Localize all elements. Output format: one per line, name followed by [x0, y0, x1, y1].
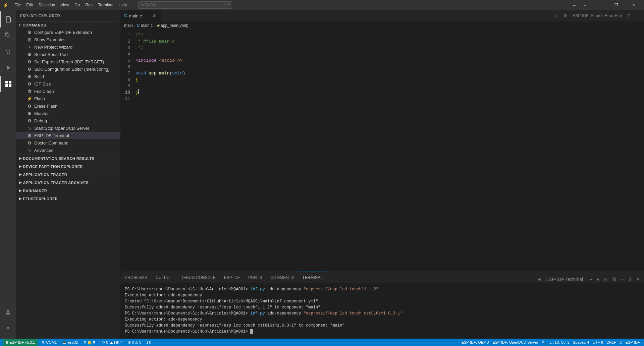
language-text: C [620, 340, 622, 344]
activity-explorer[interactable] [0, 11, 16, 27]
app-tracer-archives-section[interactable]: ▶ APPLICATION TRACER ARCHIVES [16, 179, 120, 186]
status-encoding[interactable]: UTF-8 [591, 339, 604, 346]
info-icon: ℹ [114, 340, 115, 345]
global-search-input[interactable] [138, 1, 232, 9]
sidebar-item-full-clean[interactable]: 🗑 Full Clean [16, 88, 120, 95]
panel-tab-problems[interactable]: PROBLEMS [121, 272, 152, 283]
commands-section-header[interactable]: ▾ COMMANDS [16, 22, 120, 28]
run-btn[interactable]: ▷ [553, 13, 560, 19]
status-esp-idf-btn[interactable]: ⊞ ESP-IDF v5.3.1 [3, 339, 38, 346]
restore-btn[interactable]: ❐ [608, 0, 624, 10]
sidebar-item-debug[interactable]: ⚙ Debug [16, 117, 120, 124]
menu-edit[interactable]: Edit [24, 2, 35, 8]
flash-icon: ⚡ [27, 96, 32, 101]
panel-add-btn[interactable]: + [588, 276, 594, 283]
menu-go[interactable]: Go [72, 2, 82, 8]
menu-selection[interactable]: Selection [37, 2, 57, 8]
panel-trash-btn[interactable]: 🗑 [610, 276, 618, 283]
status-info-count[interactable]: ℹ 0 [145, 339, 152, 346]
menu-file[interactable]: File [12, 2, 23, 8]
breadcrumb-main[interactable]: main [124, 23, 133, 28]
status-com-port[interactable]: ⚙ COM1 [40, 339, 58, 346]
sidebar-more-btn[interactable]: ··· [110, 13, 116, 19]
sidebar-item-openocd[interactable]: ▷ Start/Stop OpenOCD Server [16, 124, 120, 132]
panel-maximize-btn[interactable]: ∧ [627, 276, 633, 283]
status-chip[interactable]: 💻 esp32 [61, 339, 79, 346]
encoding-text: UTF-8 [593, 340, 603, 344]
panel-tab-esp-idf[interactable]: ESP-IDF [220, 272, 244, 283]
more-btn[interactable]: ··· [634, 13, 641, 19]
breadcrumb-fn-icon: ◈ [157, 23, 160, 28]
sidebar-item-doctor-command[interactable]: ⚙ Doctor Command [16, 139, 120, 147]
sidebar-item-menuconfig[interactable]: ⚙ SDK Configuration Editor (menuconfig) [16, 65, 120, 73]
panel-close-btn[interactable]: ✕ [635, 276, 641, 283]
status-errors[interactable]: ⊗ 0 ⚠ 0 [126, 339, 143, 346]
close-btn[interactable]: ✕ [626, 0, 641, 10]
activity-run[interactable] [0, 60, 16, 76]
sidebar-item-advanced[interactable]: ▷ Advanced [16, 147, 120, 154]
line-num-2: 2 [121, 38, 130, 45]
sidebar-item-select-serial[interactable]: ⚙ Select Serial Port [16, 51, 120, 58]
activity-extensions[interactable] [0, 76, 16, 92]
nav-fwd-btn[interactable]: → [581, 2, 589, 8]
status-esp-idf-label[interactable]: ESP-IDF [624, 339, 641, 346]
minimize-btn[interactable]: ─ [591, 0, 606, 10]
panel-more-btn[interactable]: ··· [619, 276, 626, 283]
breadcrumb-file[interactable]: C main.c [137, 23, 153, 28]
status-spaces[interactable]: Spaces: 4 [572, 339, 591, 346]
panel-tab-comments[interactable]: COMMENTS [266, 272, 298, 283]
status-language[interactable]: C [618, 339, 624, 346]
app-tracer-section[interactable]: ▶ APPLICATION TRACER [16, 171, 120, 178]
sidebar-item-new-project[interactable]: + New Project Wizard [16, 43, 120, 51]
line-num-9: 9 [121, 83, 130, 89]
device-partition-section[interactable]: ▶ DEVICE PARTITION EXPLORER [16, 163, 120, 170]
tab-main-c[interactable]: C main.c ✕ [121, 10, 161, 21]
activity-search[interactable] [0, 27, 16, 44]
sidebar-item-configure[interactable]: ⚙ Configure ESP-IDF Extension [16, 28, 120, 36]
sidebar-item-show-examples[interactable]: ⊞ Show Examples [16, 36, 120, 43]
app-tracer-arrow: ▶ [19, 172, 22, 177]
activity-settings[interactable] [0, 320, 16, 336]
menu-terminal[interactable]: Terminal [96, 2, 115, 8]
settings-btn[interactable]: ⚙ [561, 13, 569, 19]
panel-split-btn[interactable]: ⊡ [602, 276, 609, 283]
menu-run[interactable]: Run [83, 2, 95, 8]
debug-label: Debug [34, 118, 47, 123]
docs-search-section[interactable]: ▶ DOCUMENTATION SEARCH RESULTS [16, 155, 120, 162]
activity-accounts[interactable] [0, 304, 16, 320]
sidebar-item-esp-idf-terminal[interactable]: ⚙ ESP-IDF Terminal [16, 132, 120, 139]
nav-back-btn[interactable]: ← [570, 2, 579, 8]
rainmaker-section[interactable]: ▶ RAINMAKER [16, 187, 120, 194]
layout-btn[interactable]: ⊡ [625, 13, 633, 19]
sidebar-item-monitor[interactable]: ⚙ Monitor [16, 110, 120, 117]
activity-source-control[interactable] [0, 44, 16, 60]
panel-tabs: PROBLEMS OUTPUT DEBUG CONSOLE ESP-IDF PO… [121, 272, 644, 284]
panel-tab-output[interactable]: OUTPUT [152, 272, 176, 283]
sidebar-item-set-target[interactable]: ⚙ Set Espressif Target (IDF_TARGET) [16, 58, 120, 65]
status-search-btn[interactable]: 🔍 [540, 339, 547, 346]
terminal-content[interactable]: PS C:\Users\manue\Documents\GitHub\Artic… [121, 284, 644, 339]
tab-close-btn[interactable]: ✕ [151, 13, 157, 19]
sidebar-item-erase-flash[interactable]: ⚙ Erase Flash [16, 102, 120, 110]
panel-tab-ports[interactable]: PORTS [244, 272, 266, 283]
status-line-ending[interactable]: CRLF [605, 339, 618, 346]
panel-toolbar: ⊟ ESP-IDF Terminal + ∨ ⊡ 🗑 ··· ∧ ✕ [535, 275, 644, 283]
panel-tab-terminal[interactable]: TERMINAL [298, 272, 327, 283]
code-editor[interactable]: 1 2 3 4 5 6 7 8 9 10 11 /** * @file main… [121, 29, 644, 272]
sidebar-item-flash[interactable]: ⚡ Flash [16, 95, 120, 102]
app-tracer-archives-label: APPLICATION TRACER ARCHIVES [23, 181, 89, 185]
search-hint-btn[interactable]: ESP-IDF: Search Error Hint [571, 13, 624, 19]
menu-view[interactable]: View [58, 2, 71, 8]
panel-tab-debug-console[interactable]: DEBUG CONSOLE [176, 272, 220, 283]
sidebar-item-idf-size[interactable]: ⚙ IDF Size [16, 80, 120, 88]
sidebar-item-build[interactable]: ⚙ Build [16, 73, 120, 80]
breadcrumb-function[interactable]: ◈ app_main(void) [157, 23, 189, 28]
panel-dropdown-btn[interactable]: ∨ [595, 276, 601, 283]
svg-rect-6 [9, 84, 11, 87]
efuse-section[interactable]: ▶ EFUSEEXPLORER [16, 195, 120, 202]
bell-icon: 🔔 [87, 340, 92, 345]
menu-help[interactable]: Help [117, 2, 129, 8]
status-idf-qemu[interactable]: ESP-IDF: QEMU [460, 339, 491, 346]
status-ln-col[interactable]: Ln 10, Col 2 [548, 339, 571, 346]
status-openocd[interactable]: ESP-IDF: OpenOCD Server [491, 339, 539, 346]
